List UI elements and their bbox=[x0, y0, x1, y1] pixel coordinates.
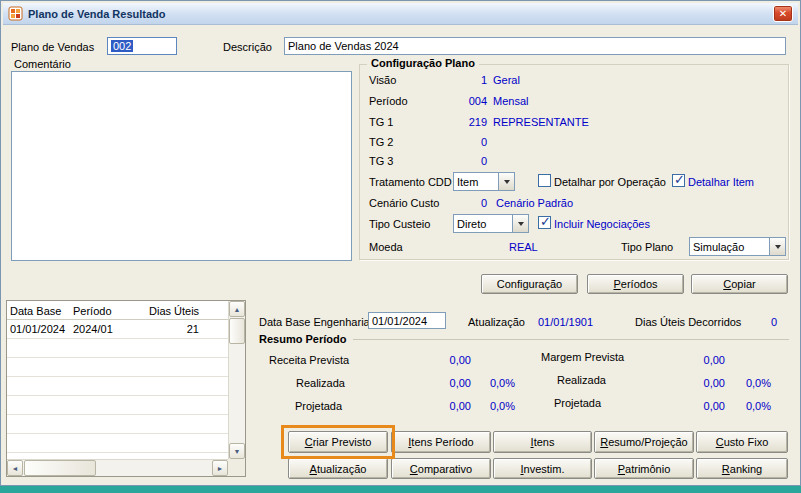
scroll-down-icon[interactable]: ▼ bbox=[229, 443, 245, 459]
plano-de-vendas-input[interactable]: 002 bbox=[107, 37, 177, 55]
configuracao-plano-title: Configuração Plano bbox=[367, 57, 479, 69]
receita-realizada-value: 0,00 bbox=[409, 377, 471, 390]
copiar-button-label: Copiar bbox=[723, 278, 755, 290]
table-row[interactable]: 01/01/2024 2024/01 21 bbox=[7, 320, 228, 338]
custo-fixo-button[interactable]: Custo Fixo bbox=[696, 431, 788, 453]
window-title: Plano de Venda Resultado bbox=[28, 8, 166, 20]
atualizacao-value: 01/01/1901 bbox=[538, 316, 593, 329]
horizontal-scrollbar[interactable]: ◄ ► bbox=[7, 459, 228, 476]
periodos-grid: Data Base Período Dias Úteis 01/01/2024 … bbox=[6, 300, 246, 477]
investim-button[interactable]: Investim. bbox=[493, 458, 592, 479]
chevron-down-icon[interactable] bbox=[498, 173, 514, 190]
data-base-engenharia-value: 01/01/2024 bbox=[372, 315, 427, 327]
margem-prevista-label: Margem Prevista bbox=[541, 351, 624, 364]
dialog-plano-venda-resultado: Plano de Venda Resultado ✕ Plano de Vend… bbox=[0, 0, 801, 486]
title-bar[interactable]: Plano de Venda Resultado ✕ bbox=[3, 3, 798, 25]
incluir-negociacoes-checkbox[interactable] bbox=[538, 216, 551, 229]
tipo-custeio-value: Direto bbox=[454, 215, 512, 232]
resumo-projecao-button[interactable]: Resumo/Projeção bbox=[594, 431, 694, 453]
tg1-text: REPRESENTANTE bbox=[493, 116, 589, 129]
horizontal-scroll-thumb[interactable] bbox=[24, 460, 96, 476]
configuracao-button-label: Configuração bbox=[497, 278, 562, 290]
criar-previsto-button-label: Criar Previsto bbox=[305, 436, 372, 448]
periodos-button-label: Períodos bbox=[613, 278, 657, 290]
atualizacao-button[interactable]: Atualização bbox=[288, 458, 388, 479]
criar-previsto-button[interactable]: Criar Previsto bbox=[288, 431, 388, 453]
chevron-down-icon[interactable] bbox=[769, 238, 785, 255]
plano-de-vendas-label: Plano de Vendas bbox=[11, 41, 94, 54]
cenario-custo-code: 0 bbox=[431, 197, 487, 210]
chevron-down-icon[interactable] bbox=[512, 215, 528, 232]
tg1-label: TG 1 bbox=[369, 116, 393, 129]
data-base-engenharia-label: Data Base Engenharia bbox=[259, 316, 370, 329]
receita-projetada-value: 0,00 bbox=[409, 400, 471, 413]
detalhar-por-operacao-label: Detalhar por Operação bbox=[554, 176, 666, 189]
visao-label: Visão bbox=[369, 74, 396, 87]
tg3-code: 0 bbox=[431, 155, 487, 168]
tipo-plano-value: Simulação bbox=[690, 238, 769, 255]
itens-button[interactable]: Itens bbox=[493, 431, 592, 453]
tg2-label: TG 2 bbox=[369, 136, 393, 149]
descricao-label: Descrição bbox=[223, 41, 272, 54]
descricao-input[interactable]: Plano de Vendas 2024 bbox=[284, 37, 786, 55]
visao-code: 1 bbox=[431, 74, 487, 87]
itens-periodo-button[interactable]: Itens Período bbox=[391, 431, 491, 453]
grid-header-periodo[interactable]: Período bbox=[73, 305, 112, 318]
scroll-left-icon[interactable]: ◄ bbox=[7, 460, 23, 476]
configuracao-button[interactable]: Configuração bbox=[481, 274, 578, 294]
ranking-button[interactable]: Ranking bbox=[696, 458, 788, 479]
grid-header-dias-uteis[interactable]: Dias Úteis bbox=[149, 305, 199, 318]
receita-prevista-label: Receita Prevista bbox=[269, 354, 349, 367]
resumo-projecao-button-label: Resumo/Projeção bbox=[600, 436, 687, 448]
moeda-value: REAL bbox=[509, 241, 538, 254]
comentario-label: Comentário bbox=[14, 58, 71, 71]
scrollbar-corner bbox=[228, 459, 245, 476]
tg2-code: 0 bbox=[431, 136, 487, 149]
margem-projetada-label: Projetada bbox=[554, 397, 601, 410]
vertical-scroll-thumb[interactable] bbox=[229, 318, 245, 344]
plano-de-vendas-value: 002 bbox=[111, 40, 133, 52]
tratamento-cdd-value: Item bbox=[454, 173, 498, 190]
tipo-plano-label: Tipo Plano bbox=[621, 241, 673, 254]
descricao-value: Plano de Vendas 2024 bbox=[288, 40, 399, 52]
cell-dias-uteis: 21 bbox=[149, 323, 199, 336]
comparativo-button[interactable]: Comparativo bbox=[391, 458, 491, 479]
margem-realizada-value: 0,00 bbox=[663, 377, 725, 390]
tipo-custeio-label: Tipo Custeio bbox=[369, 218, 430, 231]
close-button[interactable]: ✕ bbox=[773, 5, 793, 22]
itens-button-label: Itens bbox=[531, 436, 555, 448]
dias-uteis-decorridos-label: Dias Úteis Decorridos bbox=[635, 316, 741, 329]
resumo-group-line bbox=[353, 339, 789, 340]
close-icon: ✕ bbox=[779, 8, 787, 19]
margem-realizada-label: Realizada bbox=[557, 374, 606, 387]
comentario-textarea[interactable] bbox=[11, 71, 352, 261]
patrimonio-button[interactable]: Patrimônio bbox=[594, 458, 694, 479]
cenario-custo-text: Cenário Padrão bbox=[496, 197, 573, 210]
dias-uteis-decorridos-value: 0 bbox=[741, 316, 777, 329]
receita-projetada-pct: 0,0% bbox=[479, 400, 515, 413]
periodo-text: Mensal bbox=[493, 95, 528, 108]
detalhar-por-operacao-checkbox[interactable] bbox=[538, 174, 551, 187]
resumo-periodo-title: Resumo Período bbox=[259, 333, 346, 346]
margem-realizada-pct: 0,0% bbox=[735, 377, 771, 390]
desktop-background: Plano de Venda Resultado ✕ Plano de Vend… bbox=[0, 0, 801, 493]
cenario-custo-label: Cenário Custo bbox=[369, 197, 439, 210]
tipo-plano-select[interactable]: Simulação bbox=[689, 237, 786, 256]
periodos-button[interactable]: Períodos bbox=[587, 274, 684, 294]
vertical-scrollbar[interactable]: ▲ ▼ bbox=[228, 301, 245, 459]
margem-projetada-value: 0,00 bbox=[663, 400, 725, 413]
copiar-button[interactable]: Copiar bbox=[691, 274, 788, 294]
tipo-custeio-select[interactable]: Direto bbox=[453, 214, 529, 233]
data-base-engenharia-input[interactable]: 01/01/2024 bbox=[368, 312, 446, 329]
tratamento-cdd-select[interactable]: Item bbox=[453, 172, 515, 191]
investim-button-label: Investim. bbox=[520, 463, 564, 475]
tg1-code: 219 bbox=[431, 116, 487, 129]
moeda-label: Moeda bbox=[369, 241, 403, 254]
visao-text: Geral bbox=[493, 74, 520, 87]
scroll-up-icon[interactable]: ▲ bbox=[229, 301, 245, 317]
detalhar-item-checkbox[interactable] bbox=[672, 174, 685, 187]
scroll-right-icon[interactable]: ► bbox=[212, 460, 228, 476]
tg3-label: TG 3 bbox=[369, 155, 393, 168]
tratamento-cdd-label: Tratamento CDD bbox=[369, 176, 452, 189]
grid-header-data-base[interactable]: Data Base bbox=[10, 305, 61, 318]
